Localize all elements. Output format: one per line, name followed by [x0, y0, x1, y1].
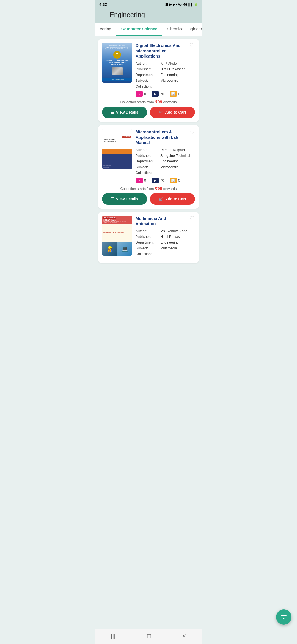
- price-row-2: Collection starts from ₹99 onwards: [102, 186, 195, 191]
- book-cover-1: SECOND YEAR DIPLOMAENGINEERING AND TECHN…: [102, 43, 132, 83]
- card-buttons-1: ☰ View Details 🛒 Add to Cart: [102, 107, 195, 118]
- book-info-3: Multimedia And Animation ♡ Author: Ms. R…: [136, 216, 195, 257]
- publisher-label-3: Publisher:: [136, 234, 160, 239]
- subject-value-1: Microcontro: [160, 78, 178, 83]
- gallery-icon: 🖼: [165, 3, 168, 6]
- subject-label-3: Subject:: [136, 246, 160, 251]
- list-icon-1: ☰: [111, 110, 114, 114]
- book-cover-3: HSC STANDARD XII VOCATIONAL ENGINEERING …: [102, 216, 132, 256]
- content-count-2: 📊 0: [170, 178, 180, 183]
- view-details-button-2[interactable]: ☰ View Details: [102, 193, 147, 205]
- cart-icon-2: 🛒: [159, 197, 163, 201]
- ebook-icon-2: e: [136, 178, 143, 183]
- video-icon-2: ▶: [152, 178, 159, 183]
- tab-computer-science[interactable]: Computer Science: [116, 23, 163, 36]
- card-buttons-2: ☰ View Details 🛒 Add to Cart: [102, 193, 195, 205]
- department-value-2: Engineering: [160, 159, 179, 164]
- book-title-1: Digital Electronics And Microcontroller …: [136, 43, 195, 59]
- wishlist-button-1[interactable]: ♡: [189, 43, 195, 49]
- subject-label-2: Subject:: [136, 165, 160, 170]
- battery-icon: 🔋: [194, 3, 198, 6]
- media-icons-2: e 0 ▶ 70 📊 0: [136, 178, 195, 183]
- subject-value-2: Microcontro: [160, 165, 178, 170]
- cover-chip-1: [112, 67, 123, 75]
- dot-icon: •: [176, 3, 177, 6]
- video-count-2: ▶ 70: [152, 178, 164, 183]
- price-1: ₹99: [155, 99, 162, 104]
- cover-brand-2: SANGUINE: [122, 136, 131, 138]
- book-title-3: Multimedia And Animation: [136, 216, 195, 227]
- department-label-2: Department:: [136, 159, 160, 164]
- add-to-cart-button-1[interactable]: 🛒 Add to Cart: [150, 107, 195, 118]
- publisher-value-3: Nirali Prakashan: [160, 234, 186, 239]
- list-icon-2: ☰: [111, 197, 114, 201]
- publisher-value-2: Sanguine Technical: [160, 153, 190, 159]
- book-title-2: Microcontrollers & Applications with Lab…: [136, 129, 195, 145]
- back-button[interactable]: ←: [99, 11, 105, 18]
- collection-label-1: Collection:: [136, 84, 160, 89]
- status-icons: 🖼 ▶ ▶ • Vol 4G ▌▌ 🔋: [165, 3, 198, 6]
- ebook-count-1: e 0: [136, 91, 146, 97]
- media-icons-1: e 0 ▶ 70 📊 0: [136, 91, 195, 97]
- department-value-3: Engineering: [160, 240, 179, 245]
- ebook-count-2: e 0: [136, 178, 146, 183]
- signal-bars: ▌▌: [188, 3, 193, 6]
- status-bar: 4:32 🖼 ▶ ▶ • Vol 4G ▌▌ 🔋: [95, 0, 202, 8]
- add-to-cart-button-2[interactable]: 🛒 Add to Cart: [150, 193, 195, 205]
- cover-author-2: Ramani KalpathiGanesh Raja: [103, 165, 111, 168]
- status-time: 4:32: [99, 2, 107, 7]
- cover-logo-1: T: [113, 51, 121, 59]
- book-meta-3: Author: Ms. Renuka Zope Publisher: Niral…: [136, 229, 195, 257]
- content-icon-2: 📊: [170, 178, 177, 183]
- publisher-label-1: Publisher:: [136, 67, 160, 72]
- collection-label-3: Collection:: [136, 252, 160, 257]
- book-card-2: SANGUINE Microcontrollersand Application…: [98, 125, 199, 208]
- bottom-spacer: [98, 266, 199, 286]
- page-title: Engineering: [110, 11, 145, 19]
- author-value-3: Ms. Renuka Zope: [160, 229, 188, 234]
- book-info-1: Digital Electronics And Microcontroller …: [136, 43, 195, 97]
- cover-publisher-1: NIRALI PRAKASHAN: [102, 78, 132, 81]
- department-label-1: Department:: [136, 72, 160, 78]
- book-cover-2: SANGUINE Microcontrollersand Application…: [102, 129, 132, 169]
- video-icon-1: ▶: [152, 91, 159, 97]
- department-value-1: Engineering: [160, 72, 179, 78]
- department-label-3: Department:: [136, 240, 160, 245]
- author-label-3: Author:: [136, 229, 160, 234]
- book-info-2: Microcontrollers & Applications with Lab…: [136, 129, 195, 183]
- youtube-icon: ▶: [169, 3, 172, 6]
- video-count-1: ▶ 70: [152, 91, 164, 97]
- tabs-container: eering Computer Science Chemical Enginee…: [95, 23, 202, 36]
- author-value-2: Ramani Kalpathi: [160, 148, 186, 153]
- wishlist-button-3[interactable]: ♡: [189, 216, 195, 222]
- tab-chemical-engineering[interactable]: Chemical Engineering: [162, 23, 202, 36]
- subject-label-1: Subject:: [136, 78, 160, 83]
- book-meta-2: Author: Ramani Kalpathi Publisher: Sangu…: [136, 148, 195, 176]
- price-2: ₹99: [155, 186, 162, 191]
- ebook-icon-1: e: [136, 91, 143, 97]
- content-count-1: 📊 0: [170, 91, 180, 97]
- publisher-value-1: Nirali Prakashan: [160, 67, 186, 72]
- content-icon-1: 📊: [170, 91, 177, 97]
- media-icon: ▶: [173, 3, 175, 6]
- cover-blue-2: Ramani KalpathiGanesh Raja: [102, 154, 132, 169]
- cover-badge-3: HSC STANDARD XII: [103, 217, 116, 219]
- book-meta-1: Author: K. P. Akole Publisher: Nirali Pr…: [136, 61, 195, 89]
- book-card-1: SECOND YEAR DIPLOMAENGINEERING AND TECHN…: [98, 39, 199, 122]
- wishlist-button-2[interactable]: ♡: [189, 129, 195, 135]
- tab-eering[interactable]: eering: [95, 23, 116, 36]
- author-label-1: Author:: [136, 61, 160, 66]
- cover-orange-2: [102, 149, 132, 154]
- publisher-label-2: Publisher:: [136, 153, 160, 159]
- cover-img1-3: 👷: [102, 242, 117, 256]
- view-details-button-1[interactable]: ☰ View Details: [102, 107, 147, 118]
- price-row-1: Collection starts from ₹99 onwards: [102, 99, 195, 104]
- author-value-1: K. P. Akole: [160, 61, 177, 66]
- author-label-2: Author:: [136, 148, 160, 153]
- subject-value-3: Multimedia: [160, 246, 177, 251]
- cover-img2-3: 💻: [117, 242, 132, 256]
- book-card-3: HSC STANDARD XII VOCATIONAL ENGINEERING …: [98, 212, 199, 263]
- cover-sub-3: ENGINEERING AND TECHNOLOGY GROUPCOMPUTER…: [103, 221, 126, 224]
- page-header: ← Engineering: [95, 8, 202, 23]
- cart-icon-1: 🛒: [159, 110, 163, 114]
